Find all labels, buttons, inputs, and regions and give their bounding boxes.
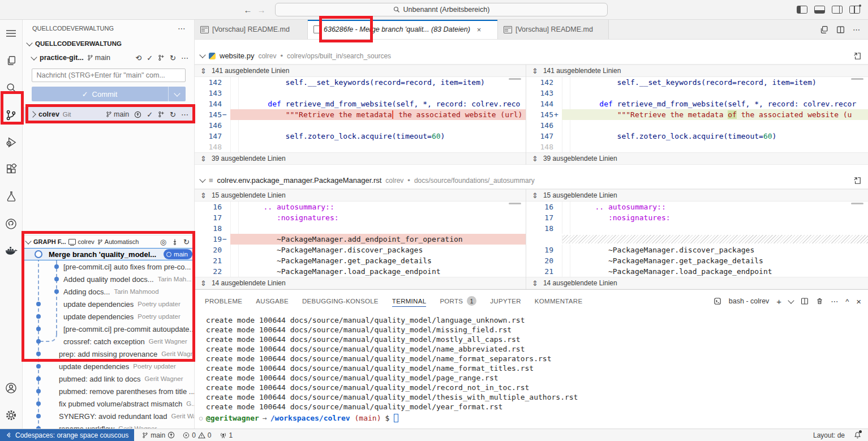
menu-icon[interactable] xyxy=(0,20,23,47)
notifications-bell-icon[interactable] xyxy=(854,431,861,439)
explorer-icon[interactable] xyxy=(0,47,23,74)
commit-row[interactable]: prep: add missing provenanceGerit Wagner xyxy=(23,348,194,360)
customize-layout-icon[interactable] xyxy=(849,6,860,14)
diff-file-header[interactable]: ≡ colrev.env.package_manager.PackageMana… xyxy=(195,172,868,189)
toggle-sidebar-icon[interactable] xyxy=(797,6,807,14)
more-actions-icon[interactable]: ⋯ xyxy=(853,26,860,33)
sync-icon[interactable]: ⟲ xyxy=(135,54,141,62)
commit-row[interactable]: SYNERGY: avoid redundant loadGerit Wa... xyxy=(23,410,194,422)
commit-row[interactable]: fix pubmed volume/abstract mismatchG... xyxy=(23,397,194,410)
commit-row[interactable]: [pre-commit.ci] auto fixes from pre-co..… xyxy=(23,260,194,273)
horizontal-scrollbar[interactable] xyxy=(509,203,521,204)
nav-forward-button[interactable]: → xyxy=(255,5,268,15)
kill-terminal-icon[interactable] xyxy=(816,297,823,305)
more-actions-icon[interactable]: ⋯ xyxy=(181,54,188,62)
fold-row[interactable]: ⇕ 39 ausgeblendete Linien xyxy=(195,152,526,165)
extensions-icon[interactable] xyxy=(0,156,23,183)
commit-row[interactable]: update dependenciesPoetry updater xyxy=(23,360,194,373)
panel-tab-probleme[interactable]: PROBLEME xyxy=(205,296,242,307)
statusbar-broadcast[interactable]: 1 xyxy=(220,431,233,439)
commit-row[interactable]: Added quality model docs...Tarin Mah... xyxy=(23,273,194,285)
split-terminal-icon[interactable] xyxy=(801,297,809,305)
commit-message-input[interactable] xyxy=(32,68,186,82)
open-file-icon[interactable] xyxy=(853,52,861,60)
fold-row[interactable]: ⇕ 15 ausgeblendete Linien xyxy=(526,189,868,202)
commit-row[interactable]: [pre-commit.ci] pre-commit autoupdate... xyxy=(23,323,194,335)
commit-row[interactable]: rename workflowGerit Wagner xyxy=(23,422,194,429)
panel-tab-jupyter[interactable]: JUPYTER xyxy=(490,296,521,307)
horizontal-scrollbar[interactable] xyxy=(851,203,863,204)
split-editor-icon[interactable] xyxy=(836,25,845,34)
new-terminal-icon[interactable]: + xyxy=(776,297,781,306)
commit-row[interactable]: update dependenciesPoetry updater xyxy=(23,310,194,323)
repo-row-colrev[interactable]: colrev Git main ✓ ↻ ⋯ xyxy=(23,107,194,122)
commit-row[interactable]: pubmed: add link to docsGerit Wagner xyxy=(23,373,194,385)
sidebar-more-icon[interactable]: ⋯ xyxy=(178,24,186,33)
commit-row[interactable]: Merge branch 'quality_model...main xyxy=(23,248,194,260)
diff-left-pane[interactable]: ⇕ 15 ausgeblendete Linien 16 .. autosumm… xyxy=(195,189,526,289)
fold-row[interactable]: ⇕ 15 ausgeblendete Linien xyxy=(195,189,526,202)
fetch-icon[interactable] xyxy=(171,238,178,245)
diff-code-right[interactable]: 16 .. autosummary::17 :nosignatures:1819… xyxy=(526,202,868,277)
terminal-prompt[interactable]: ○ @geritwagner → /workspaces/colrev (mai… xyxy=(206,413,868,423)
statusbar-problems[interactable]: 0 0 xyxy=(183,431,211,439)
testing-icon[interactable] xyxy=(0,183,23,210)
toggle-panel-icon[interactable] xyxy=(814,6,825,14)
panel-tab-ports[interactable]: PORTS1 xyxy=(440,294,476,308)
more-actions-icon[interactable]: ⋯ xyxy=(181,111,188,118)
keyboard-layout[interactable]: Layout: de xyxy=(813,431,845,439)
nav-back-button[interactable]: ← xyxy=(241,5,255,15)
fold-row[interactable]: ⇕ 14 ausgeblendete Linien xyxy=(526,277,868,289)
statusbar-branch[interactable]: main xyxy=(142,431,175,439)
toggle-secondary-sidebar-icon[interactable] xyxy=(832,6,843,14)
docker-icon[interactable] xyxy=(0,237,23,264)
commit-list[interactable]: Merge branch 'quality_model...main[pre-c… xyxy=(23,248,194,429)
search-sidebar-icon[interactable] xyxy=(0,74,23,101)
more-actions-icon[interactable]: ⋯ xyxy=(831,298,838,305)
commit-check-icon[interactable]: ✓ xyxy=(147,54,153,62)
commit-dropdown[interactable] xyxy=(169,87,186,101)
horizontal-scrollbar[interactable] xyxy=(509,78,521,80)
commit-button[interactable]: ✓ Commit xyxy=(32,87,186,101)
terminal-output[interactable]: create mode 100644 docs/source/manual/qu… xyxy=(195,312,868,429)
panel-tab-kommentare[interactable]: KOMMENTARE xyxy=(535,296,583,307)
commit-button-main[interactable]: ✓ Commit xyxy=(32,87,169,101)
diff-left-pane[interactable]: ⇕ 141 ausgeblendete Linien 142 self.__se… xyxy=(195,65,526,165)
close-panel-icon[interactable]: × xyxy=(856,297,861,306)
panel-tab-terminal[interactable]: TERMINAL xyxy=(392,296,427,307)
panel-tab-debug-konsole[interactable]: DEBUGGING-KONSOLE xyxy=(302,296,379,307)
fold-row[interactable]: ⇕ 141 ausgeblendete Linien xyxy=(195,65,526,77)
diff-right-pane[interactable]: ⇕ 15 ausgeblendete Linien 16 .. autosumm… xyxy=(526,189,868,289)
diff-code-left[interactable]: 142 self.__set_keywords(record=record, i… xyxy=(195,77,526,152)
scm-section-row[interactable]: QUELLCODEVERWALTUNG xyxy=(23,37,194,50)
commit-check-icon[interactable]: ✓ xyxy=(147,111,153,118)
panel-tab-ausgabe[interactable]: AUSGABE xyxy=(256,296,289,307)
remote-indicator[interactable]: Codespaces: orange space couscous xyxy=(0,429,134,441)
refresh-icon[interactable]: ↻ xyxy=(183,238,190,246)
fold-row[interactable]: ⇕ 39 ausgeblendete Linien xyxy=(526,152,868,165)
fold-row[interactable]: ⇕ 14 ausgeblendete Linien xyxy=(195,277,526,289)
graph-repo-picker[interactable]: colrev xyxy=(68,238,94,245)
open-changes-icon[interactable] xyxy=(820,25,828,34)
repo-row-practice-git[interactable]: practice-git... main ⟲ ✓ ↻ ⋯ xyxy=(23,50,194,65)
terminal-dropdown-icon[interactable] xyxy=(788,297,794,303)
close-icon[interactable]: × xyxy=(477,25,482,34)
commit-row[interactable]: pubmed: remove parentheses from title ..… xyxy=(23,385,194,397)
diff-code-right[interactable]: 142 self.__set_keywords(record=record, i… xyxy=(526,77,868,152)
commit-row[interactable]: crossref: catch exceptionGerit Wagner xyxy=(23,335,194,348)
fold-row[interactable]: ⇕ 141 ausgeblendete Linien xyxy=(526,65,868,77)
tab-readme-preview-1[interactable]: [Vorschau] README.md xyxy=(195,20,308,39)
diff-code-left[interactable]: 16 .. autosummary::17 :nosignatures:1819… xyxy=(195,202,526,277)
refresh-icon[interactable]: ↻ xyxy=(170,111,176,118)
run-debug-icon[interactable] xyxy=(0,129,23,156)
maximize-panel-icon[interactable]: ^ xyxy=(845,298,849,305)
source-control-icon[interactable] xyxy=(0,101,23,129)
tab-readme-preview-2[interactable]: [Vorschau] README.md xyxy=(498,20,609,39)
github-icon[interactable] xyxy=(0,210,23,237)
git-graph-header[interactable]: GRAPH F... colrev Automatisch ◎ ↻ xyxy=(23,235,194,248)
graph-ref-picker[interactable]: Automatisch xyxy=(97,238,139,245)
account-icon[interactable] xyxy=(0,374,23,401)
diff-right-pane[interactable]: ⇕ 141 ausgeblendete Linien 142 self.__se… xyxy=(526,65,868,165)
commit-row[interactable]: update dependenciesPoetry updater xyxy=(23,298,194,310)
tab-commit-diff[interactable]: 636286fe - Merge branch 'qualit... (83 D… xyxy=(308,20,498,39)
